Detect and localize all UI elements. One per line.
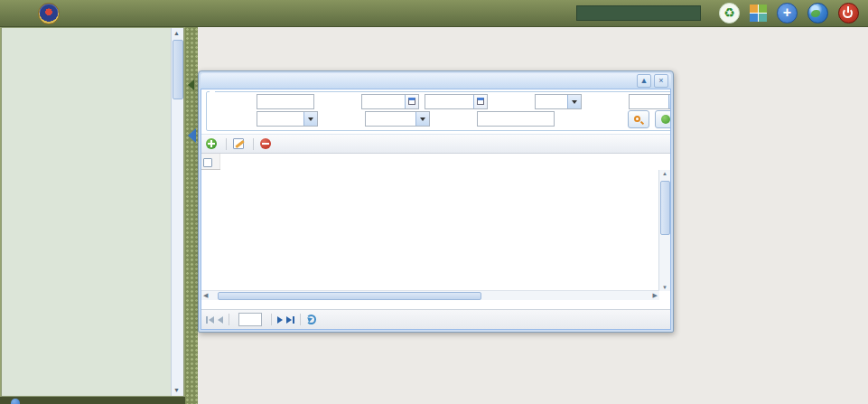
- grid-horizontal-scrollbar[interactable]: ◀ ▶: [201, 290, 659, 300]
- add-record-button[interactable]: [206, 138, 219, 149]
- scroll-down-icon[interactable]: ▼: [173, 386, 180, 395]
- edit-icon: [233, 138, 244, 149]
- collapse-dialog-icon[interactable]: ▲: [637, 74, 651, 88]
- close-dialog-icon[interactable]: ×: [654, 74, 668, 88]
- search-icon: [634, 116, 640, 122]
- recycle-icon[interactable]: ♻: [719, 3, 740, 23]
- chevron-down-icon[interactable]: [303, 112, 317, 126]
- fault-reason-input[interactable]: [477, 111, 555, 127]
- search-button[interactable]: [628, 110, 649, 128]
- fault-time-from-field[interactable]: [361, 94, 419, 109]
- grid-vertical-scrollbar[interactable]: ▲ ▼: [658, 170, 670, 291]
- clear-button[interactable]: [655, 110, 671, 128]
- map-pan-left-icon[interactable]: [188, 128, 196, 143]
- police-badge-logo: [38, 3, 60, 24]
- app-grid-icon[interactable]: [750, 5, 767, 22]
- scroll-left-icon[interactable]: ◀: [203, 291, 208, 299]
- dialog-titlebar[interactable]: ▲ ×: [201, 73, 671, 89]
- refresh-icon[interactable]: [306, 315, 316, 324]
- query-panel: [201, 89, 670, 135]
- chevron-down-icon[interactable]: [415, 112, 429, 126]
- edit-record-button[interactable]: [233, 138, 247, 149]
- scrollbar-thumb[interactable]: [660, 181, 670, 235]
- device-type-select[interactable]: [365, 111, 430, 127]
- scroll-up-icon[interactable]: ▲: [662, 171, 667, 176]
- corner-logo-dot: [11, 399, 20, 404]
- scroll-up-icon[interactable]: ▲: [173, 29, 180, 38]
- scroll-down-icon[interactable]: ▼: [662, 285, 667, 290]
- handle-status-select[interactable]: [535, 94, 582, 109]
- sidebar-footer-strip: [0, 397, 185, 404]
- grid-toolbar: [201, 135, 670, 154]
- calendar-icon[interactable]: [473, 95, 487, 108]
- device-name-input[interactable]: [257, 94, 314, 109]
- sidebar-collapse-strip[interactable]: [185, 27, 198, 404]
- calendar-icon[interactable]: [405, 95, 418, 108]
- scrollbar-thumb[interactable]: [173, 40, 183, 99]
- delete-record-button[interactable]: [260, 138, 274, 149]
- fault-grid: ▲ ▼ ◀ ▶: [201, 154, 670, 300]
- chevron-down-icon[interactable]: [567, 95, 581, 108]
- fault-info-dialog: ▲ ×: [198, 70, 674, 333]
- pagination-bar: [201, 309, 670, 329]
- chevron-down-icon[interactable]: [668, 95, 671, 108]
- select-all-checkbox[interactable]: [203, 158, 212, 167]
- last-page-icon[interactable]: [286, 316, 294, 324]
- tree-scrollbar[interactable]: ▲ ▼: [171, 28, 183, 396]
- next-page-icon[interactable]: [277, 316, 283, 324]
- collapse-left-icon[interactable]: [188, 80, 194, 90]
- add-icon[interactable]: +: [777, 3, 798, 23]
- app-header: ♻ +: [0, 0, 868, 27]
- globe-icon[interactable]: [807, 3, 828, 23]
- prev-page-icon[interactable]: [218, 316, 223, 324]
- header-search-input[interactable]: [576, 5, 701, 21]
- delete-icon: [260, 138, 271, 149]
- add-icon: [206, 138, 217, 149]
- send-status-select[interactable]: [629, 94, 671, 109]
- first-page-icon[interactable]: [206, 316, 214, 324]
- scrollbar-thumb[interactable]: [218, 292, 481, 300]
- fault-type-select[interactable]: [257, 111, 318, 127]
- page-number-input[interactable]: [238, 313, 262, 326]
- clear-icon: [661, 115, 670, 124]
- application-window: ♻ + ▲ ▼ ▲ ×: [0, 0, 868, 404]
- fault-time-to-field[interactable]: [425, 94, 488, 109]
- power-icon[interactable]: [838, 3, 859, 23]
- dialog-body: ▲ ▼ ◀ ▶: [201, 89, 671, 330]
- sidebar-tree-panel: ▲ ▼: [1, 27, 184, 397]
- sidebar: ▲ ▼: [0, 27, 185, 404]
- scroll-right-icon[interactable]: ▶: [653, 291, 658, 299]
- select-all-header: [201, 154, 219, 170]
